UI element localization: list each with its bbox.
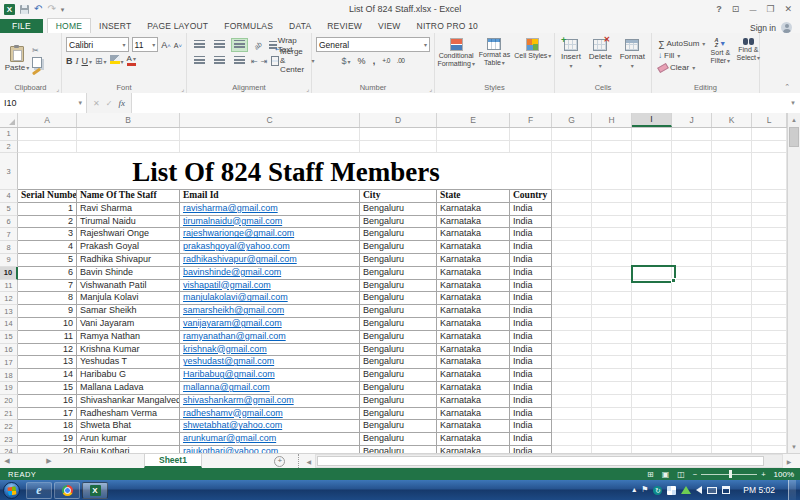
cell[interactable] [712, 344, 752, 357]
cell[interactable] [712, 128, 752, 141]
format-painter-icon[interactable] [32, 67, 41, 75]
cell[interactable] [180, 128, 360, 141]
cell[interactable] [712, 356, 752, 369]
cell[interactable] [592, 344, 632, 357]
cell[interactable] [672, 420, 712, 433]
fill-button[interactable]: Fill [658, 50, 705, 61]
cell[interactable]: Karnataka [437, 203, 510, 216]
cell[interactable]: India [510, 216, 552, 229]
cell[interactable] [672, 369, 712, 382]
row-header-2[interactable]: 2 [0, 141, 18, 154]
increase-decimal-icon[interactable]: +.0 [382, 57, 390, 64]
close-icon[interactable] [784, 5, 792, 14]
row-header-19[interactable]: 19 [0, 382, 18, 395]
cell[interactable] [672, 331, 712, 344]
cell[interactable] [77, 128, 180, 141]
cell[interactable] [592, 369, 632, 382]
horizontal-scrollbar[interactable]: ◀ ▶ [303, 454, 795, 468]
cell[interactable]: arunkumar@gmail.com [180, 433, 360, 446]
cell[interactable] [632, 190, 672, 203]
sheet-title-cell[interactable]: List Of 824 Staff Members [18, 153, 552, 190]
cell[interactable] [592, 190, 632, 203]
cell[interactable]: Karnataka [437, 305, 510, 318]
cell[interactable] [672, 408, 712, 421]
find-select-button[interactable]: Find & Select [735, 36, 761, 81]
squares-tray-icon[interactable] [667, 486, 676, 495]
cell[interactable]: India [510, 382, 552, 395]
row-header-10[interactable]: 10 [0, 267, 18, 280]
align-right-icon[interactable] [231, 54, 248, 68]
row-header-15[interactable]: 15 [0, 331, 18, 344]
cell[interactable]: 8 [18, 292, 77, 305]
cell[interactable]: Bengaluru [360, 344, 437, 357]
cell[interactable]: Haribabug@gmail.com [180, 369, 360, 382]
cell[interactable]: Rajeshwari Onge [77, 228, 180, 241]
cell[interactable] [632, 433, 672, 446]
scroll-up-icon[interactable] [788, 113, 800, 126]
tab-review[interactable]: REVIEW [319, 19, 370, 33]
row-header-6[interactable]: 6 [0, 216, 18, 229]
taskbar-clock[interactable]: PM 5:02 [735, 485, 783, 495]
cell[interactable] [672, 228, 712, 241]
cell[interactable] [752, 331, 787, 344]
column-header-H[interactable]: H [592, 113, 632, 127]
cell[interactable]: bavinshinde@gmail.com [180, 267, 360, 280]
cell[interactable] [632, 369, 672, 382]
calendar-tray-icon[interactable] [722, 486, 730, 494]
cell[interactable]: Serial Number [18, 190, 77, 203]
cell[interactable] [712, 153, 752, 190]
cell[interactable] [752, 318, 787, 331]
cell[interactable]: Krishna Kumar [77, 344, 180, 357]
cell[interactable] [672, 254, 712, 267]
name-box[interactable]: I10 [0, 93, 87, 113]
cell[interactable]: Ramya Nathan [77, 331, 180, 344]
undo-icon[interactable] [34, 4, 42, 14]
redo-icon[interactable] [47, 4, 55, 14]
cell[interactable] [592, 267, 632, 280]
cell[interactable]: India [510, 395, 552, 408]
cell[interactable]: India [510, 356, 552, 369]
normal-view-icon[interactable] [647, 470, 654, 479]
cell[interactable]: Ravi Sharma [77, 203, 180, 216]
cell[interactable] [672, 280, 712, 293]
cell[interactable] [712, 267, 752, 280]
cell[interactable]: ravisharma@gmail.com [180, 203, 360, 216]
cell[interactable]: Karnataka [437, 267, 510, 280]
zoom-in-icon[interactable] [761, 470, 765, 479]
row-header-14[interactable]: 14 [0, 318, 18, 331]
cell[interactable] [752, 369, 787, 382]
cell[interactable]: Karnataka [437, 344, 510, 357]
tab-data[interactable]: DATA [281, 19, 319, 33]
tab-home[interactable]: HOME [47, 18, 91, 33]
cell[interactable]: 9 [18, 305, 77, 318]
tab-file[interactable]: FILE [0, 19, 43, 33]
cell[interactable]: India [510, 344, 552, 357]
cell[interactable] [752, 356, 787, 369]
cell[interactable]: Bengaluru [360, 254, 437, 267]
cell[interactable] [632, 305, 672, 318]
expand-formula-bar-icon[interactable] [786, 93, 800, 113]
cell[interactable]: Bengaluru [360, 408, 437, 421]
cell[interactable] [592, 292, 632, 305]
cell[interactable] [712, 331, 752, 344]
tab-nitro-pro[interactable]: NITRO PRO 10 [409, 19, 486, 33]
cell[interactable]: India [510, 241, 552, 254]
zoom-slider[interactable] [701, 474, 757, 475]
autosum-button[interactable]: AutoSum [658, 38, 705, 49]
cell[interactable]: Karnataka [437, 216, 510, 229]
cell[interactable]: rajukothari@yahoo.com [180, 446, 360, 453]
cell[interactable] [510, 128, 552, 141]
row-header-21[interactable]: 21 [0, 408, 18, 421]
cell[interactable] [552, 395, 592, 408]
cell[interactable]: 2 [18, 216, 77, 229]
cell[interactable] [552, 446, 592, 453]
cell[interactable]: 7 [18, 280, 77, 293]
minimize-icon[interactable] [749, 5, 756, 14]
cell[interactable]: Karnataka [437, 331, 510, 344]
cell[interactable] [18, 128, 77, 141]
row-header-13[interactable]: 13 [0, 305, 18, 318]
format-cells-button[interactable]: Format [620, 36, 645, 81]
cell[interactable]: radheshamv@gmail.com [180, 408, 360, 421]
horizontal-scroll-thumb[interactable] [317, 456, 764, 466]
sync-tray-icon[interactable] [653, 486, 662, 495]
